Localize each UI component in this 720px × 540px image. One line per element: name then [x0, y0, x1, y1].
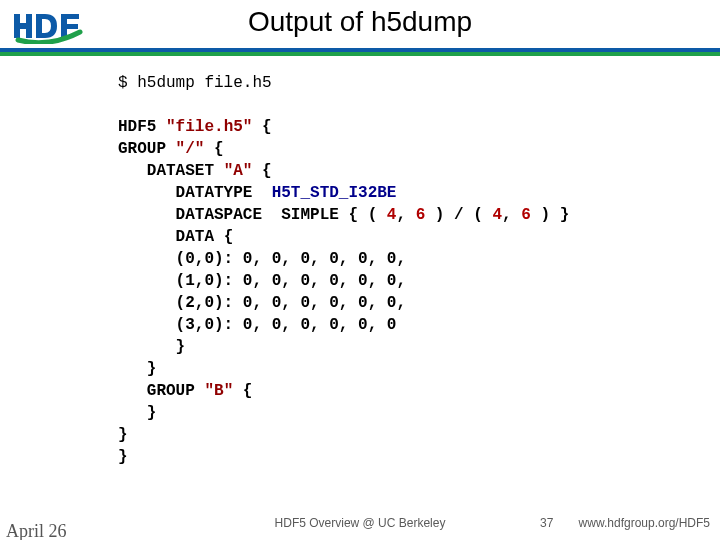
slide-header: Output of h5dump — [0, 0, 720, 52]
footer-url: www.hdfgroup.org/HDF5 — [579, 516, 710, 530]
command-prompt: $ h5dump file.h5 — [118, 72, 720, 94]
blank-line — [118, 94, 720, 116]
footer-page-number: 37 — [540, 516, 553, 530]
h5dump-output: HDF5 "file.h5" {GROUP "/" { DATASET "A" … — [118, 116, 720, 468]
divider-green — [0, 52, 720, 56]
slide-body: $ h5dump file.h5 HDF5 "file.h5" {GROUP "… — [0, 72, 720, 468]
slide-title: Output of h5dump — [0, 6, 720, 38]
slide-footer: April 26 HDF5 Overview @ UC Berkeley 37 … — [0, 514, 720, 536]
